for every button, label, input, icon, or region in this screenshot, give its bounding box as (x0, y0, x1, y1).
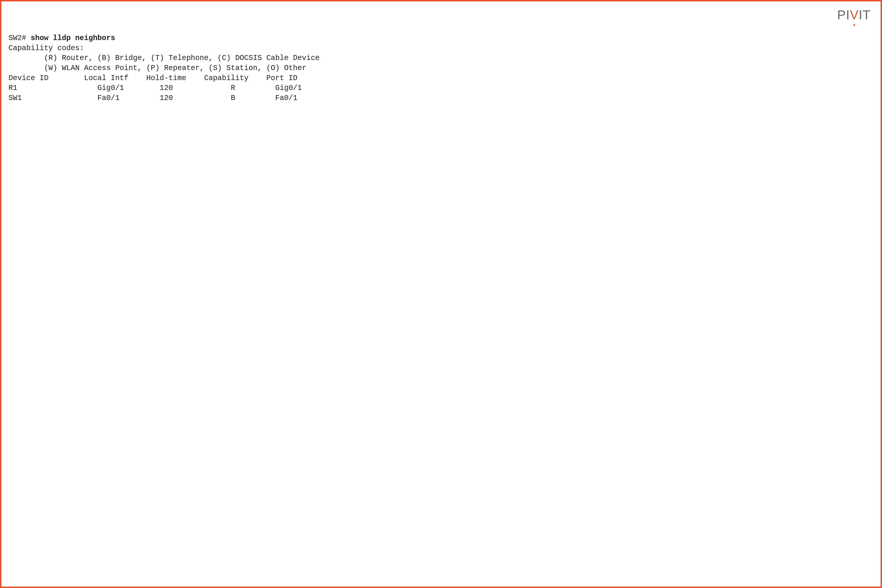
logo-text-right: IT (859, 6, 871, 24)
table-header: Device ID Local Intf Hold-time Capabilit… (9, 73, 873, 83)
brand-logo: PI V IT (837, 6, 871, 24)
capability-line-1: (R) Router, (B) Bridge, (T) Telephone, (… (9, 53, 873, 63)
capability-line-2: (W) WLAN Access Point, (P) Repeater, (S)… (9, 63, 873, 73)
command-text: show lldp neighbors (31, 34, 115, 42)
logo-letter-v: V (850, 6, 859, 24)
table-row: SW1 Fa0/1 120 B Fa0/1 (9, 93, 873, 103)
terminal-output: SW2# show lldp neighborsCapability codes… (9, 33, 873, 103)
capability-header: Capability codes: (9, 43, 873, 53)
prompt-line: SW2# show lldp neighbors (9, 33, 873, 43)
prompt-text: SW2# (9, 34, 31, 42)
logo-dot-icon (854, 24, 855, 26)
table-row: R1 Gig0/1 120 R Gig0/1 (9, 83, 873, 93)
logo-text-left: PI (837, 6, 850, 24)
terminal-window: PI V IT SW2# show lldp neighborsCapabili… (0, 0, 882, 588)
